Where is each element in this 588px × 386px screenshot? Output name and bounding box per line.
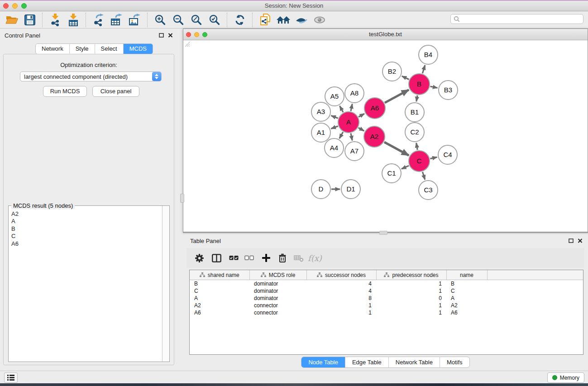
network-graph[interactable]: A5A8A6A3AA1A2A4A7B4B2BB3B1C2C4CC1C3DD1 — [183, 40, 588, 232]
mcds-result-item[interactable]: A6 — [11, 240, 160, 248]
graph-node-C4[interactable]: C4 — [438, 145, 457, 164]
close-panel-button[interactable]: Close panel — [92, 86, 139, 97]
zoom-selected-button[interactable] — [206, 12, 224, 28]
table-row[interactable]: Cdominator41C — [190, 287, 583, 295]
tab-node-table[interactable]: Node Table — [301, 357, 345, 367]
export-image-button[interactable] — [126, 12, 144, 28]
zoom-in-button[interactable] — [151, 12, 169, 28]
graph-node-B4[interactable]: B4 — [419, 45, 438, 64]
mcds-result-item[interactable]: B — [11, 225, 160, 233]
search-field[interactable] — [450, 14, 583, 24]
graph-node-C2[interactable]: C2 — [405, 123, 424, 142]
graph-edge[interactable] — [339, 132, 343, 138]
graph-node-A6[interactable]: A6 — [364, 98, 385, 119]
graph-edge[interactable] — [384, 142, 409, 156]
graph-node-A5[interactable]: A5 — [325, 87, 344, 106]
table-row[interactable]: A2connector11A2 — [190, 302, 583, 309]
graph-node-B1[interactable]: B1 — [405, 103, 424, 122]
network-canvas[interactable]: A5A8A6A3AA1A2A4A7B4B2BB3B1C2C4CC1C3DD1 — [183, 40, 588, 232]
column-header-name[interactable]: name — [446, 270, 487, 280]
export-table-button[interactable] — [108, 12, 126, 28]
select-all-button[interactable] — [228, 253, 239, 263]
task-history-button[interactable] — [4, 372, 18, 383]
zoom-out-button[interactable] — [169, 12, 187, 28]
zoom-fit-button[interactable] — [187, 12, 206, 28]
close-panel-icon[interactable] — [578, 238, 583, 243]
mcds-list-scrollbar[interactable] — [162, 206, 169, 362]
graph-node-A4[interactable]: A4 — [325, 138, 344, 157]
save-session-button[interactable] — [21, 12, 39, 28]
tab-edge-table[interactable]: Edge Table — [345, 357, 389, 367]
graph-node-C[interactable]: C — [409, 151, 430, 172]
vertical-splitter-handle[interactable] — [180, 194, 184, 203]
graph-edge[interactable] — [402, 166, 409, 169]
create-column-button[interactable] — [261, 253, 272, 263]
delete-column-button[interactable] — [277, 253, 288, 263]
horizontal-splitter-handle[interactable] — [379, 231, 387, 235]
mcds-result-list[interactable]: A2ABCA6 — [9, 207, 163, 362]
column-header-predecessor-nodes[interactable]: predecessor nodes — [376, 270, 446, 280]
graph-node-A1[interactable]: A1 — [311, 123, 330, 142]
column-header-shared-name[interactable]: shared name — [190, 270, 249, 280]
table-row[interactable]: A6connector11A6 — [190, 309, 583, 316]
graph-node-D[interactable]: D — [311, 180, 330, 199]
import-network-button[interactable] — [46, 12, 64, 28]
graph-node-B2[interactable]: B2 — [382, 62, 402, 81]
memory-button[interactable]: Memory — [547, 372, 584, 383]
graph-edge[interactable] — [351, 133, 352, 140]
apply-layout-button[interactable] — [231, 12, 249, 28]
column-header-mcds-role[interactable]: MCDS role — [249, 270, 306, 280]
graph-node-B3[interactable]: B3 — [439, 81, 458, 100]
graph-edge[interactable] — [402, 76, 409, 79]
graph-edge[interactable] — [331, 115, 338, 118]
export-network-button[interactable] — [90, 12, 108, 28]
search-input[interactable] — [460, 14, 583, 24]
tab-network-table[interactable]: Network Table — [389, 357, 440, 367]
table-row[interactable]: Bdominator41B — [190, 280, 583, 288]
graph-node-C1[interactable]: C1 — [382, 164, 401, 183]
tab-network[interactable]: Network — [36, 44, 70, 54]
graph-edge[interactable] — [430, 157, 437, 158]
mcds-result-item[interactable]: C — [11, 233, 160, 240]
deselect-all-button[interactable] — [244, 253, 254, 263]
show-graphics-details-button[interactable] — [292, 12, 311, 28]
mcds-result-item[interactable]: A — [11, 218, 160, 225]
graph-edge[interactable] — [331, 126, 338, 129]
new-network-from-selection-button[interactable] — [256, 12, 274, 28]
graph-edge[interactable] — [430, 86, 437, 88]
table-row[interactable]: Adominator80A — [190, 295, 583, 302]
graph-node-A8[interactable]: A8 — [345, 84, 364, 103]
tab-mcds[interactable]: MCDS — [124, 44, 153, 54]
tab-style[interactable]: Style — [70, 44, 95, 54]
graph-edge[interactable] — [422, 65, 425, 73]
tab-select[interactable]: Select — [95, 44, 124, 54]
column-header-successor-nodes[interactable]: successor nodes — [306, 270, 376, 280]
graph-edge[interactable] — [351, 104, 352, 111]
import-table-button[interactable] — [64, 12, 82, 28]
graph-node-D1[interactable]: D1 — [341, 180, 360, 199]
graph-node-A[interactable]: A — [338, 112, 359, 133]
float-panel-icon[interactable] — [569, 238, 574, 243]
graph-node-A2[interactable]: A2 — [364, 126, 385, 147]
show-columns-button[interactable] — [211, 253, 222, 263]
graph-edge[interactable] — [339, 106, 343, 112]
graph-edge[interactable] — [416, 143, 417, 150]
tab-motifs[interactable]: Motifs — [440, 357, 469, 367]
graph-edge[interactable] — [416, 95, 417, 102]
table-settings-button[interactable] — [194, 253, 205, 263]
criterion-dropdown[interactable]: largest connected component (directed) — [20, 71, 162, 81]
close-panel-icon[interactable] — [168, 33, 173, 38]
graph-edge[interactable] — [359, 128, 364, 131]
float-panel-icon[interactable] — [159, 33, 164, 38]
graph-edge[interactable] — [359, 114, 364, 117]
run-mcds-button[interactable]: Run MCDS — [43, 86, 87, 97]
resize-grip-icon[interactable] — [183, 40, 190, 47]
graph-edge[interactable] — [422, 172, 425, 180]
mcds-result-item[interactable]: A2 — [11, 210, 160, 218]
graph-node-A3[interactable]: A3 — [311, 102, 330, 121]
graph-edge[interactable] — [385, 90, 409, 103]
graph-node-B[interactable]: B — [409, 74, 430, 95]
open-session-button[interactable] — [3, 12, 21, 28]
graph-node-C3[interactable]: C3 — [419, 181, 438, 200]
graph-node-A7[interactable]: A7 — [345, 142, 364, 161]
